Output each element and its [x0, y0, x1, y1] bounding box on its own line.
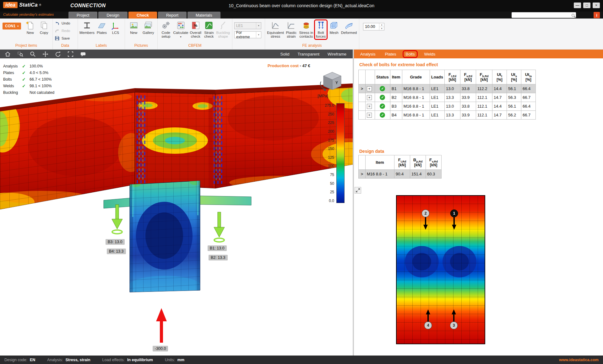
calculate-button[interactable]: Calculate ▾ [173, 20, 189, 39]
spin-up-icon[interactable]: ▲ [379, 23, 384, 27]
plastic-strain-button[interactable]: Plastic strain [285, 20, 298, 39]
zoom-window-button[interactable] [16, 51, 24, 57]
tab-design[interactable]: Design [98, 12, 127, 19]
registered-mark: ® [39, 3, 41, 7]
copy-item-button[interactable]: Copy [37, 20, 51, 35]
grade-cell: M16 8.8 - 1 [402, 93, 430, 102]
check-status-value: 66.7 < 100% [30, 77, 52, 82]
tab-project[interactable]: Project [68, 12, 97, 19]
tab-report[interactable]: Report [158, 12, 187, 19]
bolt-row-B1[interactable]: >+✓B1M16 8.8 - 1LE113.033.8112.214.456.1… [359, 84, 536, 93]
tab-check[interactable]: Check [128, 12, 157, 19]
result-tab-bolts[interactable]: Bolts [406, 52, 415, 56]
row-expander [359, 93, 366, 102]
expand-row-button[interactable]: + [367, 113, 372, 118]
bolt-plate-figure[interactable]: 2 1 4 3 [396, 195, 485, 344]
expand-figure-button[interactable] [355, 187, 361, 194]
legend-unit: [MPa] [318, 94, 345, 98]
label-bubble-button[interactable] [79, 51, 87, 57]
pictures-gallery-button[interactable]: Gallery [141, 20, 155, 35]
chevron-down-icon: ▾ [256, 23, 261, 29]
labels-members-button[interactable]: Members [80, 20, 94, 35]
check-status-value: Not calculated [30, 90, 54, 95]
pan-button[interactable] [41, 51, 49, 57]
search-icon[interactable] [572, 14, 574, 17]
result-tab-plates[interactable]: Plates [385, 52, 396, 56]
legend-tick-label: 250 [316, 112, 334, 116]
column-header: Status [375, 70, 390, 84]
loads-cell: LE1 [430, 102, 444, 111]
view-mode-transparent[interactable]: Transparent [297, 52, 319, 56]
design-data-row[interactable]: >M16 8.8 - 190.4151.460.3 [359, 170, 442, 179]
minimize-icon[interactable]: — [574, 3, 581, 8]
bolt-row-B2[interactable]: +✓B2M16 8.8 - 1LE113.333.9112.114.756.36… [359, 93, 536, 102]
maximize-icon[interactable]: □ [583, 3, 590, 8]
home-view-button[interactable] [4, 51, 11, 57]
plates-icon [97, 21, 106, 30]
stress-in-contacts-button[interactable]: Stress in contacts [299, 20, 314, 39]
website-link[interactable]: www.ideastatica.com [559, 358, 599, 362]
check-status-overlay: Analysis✓100.0%Plates✓4.0 < 5.0%Bolts✓66… [3, 63, 54, 96]
overall-check-icon: % [191, 21, 200, 30]
save-button[interactable]: Save [55, 35, 70, 41]
orbit-rotate-button[interactable] [54, 51, 62, 57]
view-mode-wireframe[interactable]: Wireframe [328, 52, 346, 56]
strain-check-button[interactable]: Strain check [203, 20, 215, 39]
column-header: Ft,Rd[kN] [394, 155, 410, 170]
column-header: Uts[%] [507, 70, 521, 84]
zoom-button[interactable] [29, 51, 36, 57]
new-item-button[interactable]: New [24, 20, 37, 35]
buckling-shape-button[interactable]: Buckling shape [216, 20, 230, 39]
expand-row-button[interactable]: + [367, 86, 372, 91]
bolt-forces-button[interactable]: Bolt forces [314, 20, 327, 39]
labels-lcs-button[interactable]: LCS [109, 20, 122, 35]
load-case-select[interactable]: LE1 ▾ [234, 22, 261, 29]
bolt-row-B3[interactable]: +✓B3M16 8.8 - 1LE113.033.8112.114.456.16… [359, 102, 536, 111]
deformation-scale-spinner[interactable]: 10.00 ▲ ▼ [363, 23, 384, 30]
ribbon-group-labels: Members Plates LCS Labels [78, 19, 125, 49]
result-tab-welds[interactable]: Welds [424, 52, 435, 56]
column-header: Fb,Rd[kN] [476, 70, 492, 84]
view-mode-solid[interactable]: Solid [280, 52, 290, 56]
equivalent-stress-button[interactable]: Equivalent stress [267, 20, 284, 39]
statusbar-value: Stress, strain [65, 358, 90, 362]
con1-button[interactable]: CON1 ▾ [3, 23, 21, 29]
status-cell: ✓ [375, 84, 390, 93]
zoom-fit-button[interactable] [67, 51, 74, 57]
expand-row-button[interactable]: + [367, 95, 372, 100]
legend-tick-label: 25 [316, 190, 334, 194]
code-setup-button[interactable]: Code setup [160, 20, 172, 39]
pictures-new-button[interactable]: New [127, 20, 141, 35]
picture-icon [129, 21, 139, 30]
orientation-cube[interactable]: Y [318, 69, 347, 95]
tab-materials[interactable]: Materials [187, 12, 220, 19]
expand-row-button[interactable]: + [367, 104, 372, 109]
value-cell: 14.7 [492, 111, 507, 120]
column-header: Item [366, 155, 394, 170]
status-ok-icon: ✓ [380, 86, 385, 91]
extreme-select[interactable]: For extreme ▾ [234, 31, 261, 38]
close-icon[interactable]: × [593, 3, 600, 8]
legend-tick-label: 125 [316, 155, 334, 160]
labels-plates-button[interactable]: Plates [95, 20, 109, 35]
check-icon: ✓ [22, 83, 30, 88]
spin-down-icon[interactable]: ▼ [379, 27, 384, 30]
search-input[interactable] [513, 13, 572, 17]
undo-button[interactable]: Undo [55, 20, 70, 26]
check-status-row: BucklingNot calculated [3, 89, 54, 96]
deformed-button[interactable]: Deformed [341, 20, 357, 35]
value-cell: 13.0 [445, 102, 460, 111]
3d-scene[interactable] [0, 58, 353, 356]
window-controls: — □ × [574, 3, 600, 8]
info-button[interactable]: i [594, 12, 600, 18]
svg-text:2: 2 [425, 211, 427, 216]
stress-legend: [MPa] 275.02502252001751501251007550250.… [316, 94, 345, 203]
chevron-down-icon: ▾ [180, 35, 182, 38]
overall-check-button[interactable]: % Overall check [189, 20, 202, 39]
bolt-row-B4[interactable]: +✓B4M16 8.8 - 1LE113.333.9112.114.756.26… [359, 111, 536, 120]
mesh-button[interactable]: Mesh [328, 20, 340, 35]
row-expander: > [359, 84, 366, 93]
result-tab-analysis[interactable]: Analysis [360, 52, 375, 56]
redo-button[interactable]: Redo [55, 28, 70, 34]
annotation-bolts-tab [403, 50, 418, 58]
